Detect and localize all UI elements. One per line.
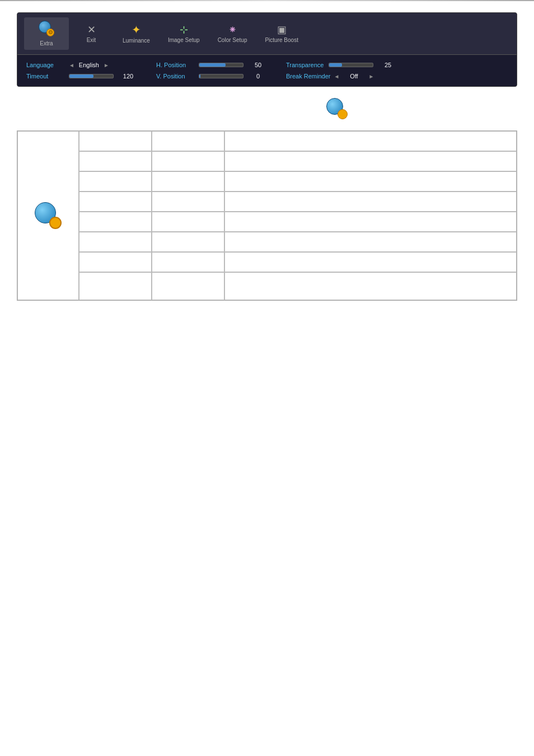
nav-label-color-setup: Color Setup (218, 37, 247, 43)
break-reminder-arrow-right[interactable]: ► (368, 73, 374, 80)
table-row (224, 272, 517, 300)
table-row (79, 232, 152, 252)
osd-panel: ⚙ Extra ✕ Exit ✦ Luminance ⊹ Image Setup… (17, 12, 517, 87)
language-arrow-left[interactable]: ◄ (69, 62, 74, 68)
transparence-label: Transparence (286, 62, 325, 68)
timeout-row: Timeout 120 (26, 73, 139, 80)
image-setup-icon: ⊹ (180, 25, 188, 35)
nav-label-luminance: Luminance (123, 38, 150, 44)
table-row (224, 192, 517, 212)
v-position-slider-fill (199, 74, 200, 78)
language-row: Language ◄ English ► (26, 62, 139, 68)
break-reminder-value: Off (343, 73, 365, 80)
v-position-label: V. Position (156, 73, 195, 80)
nav-item-color-setup[interactable]: ⁕ Color Setup (209, 21, 256, 46)
h-position-row: H. Position 50 (156, 62, 269, 68)
table-globe-gear-icon (35, 202, 62, 229)
top-divider (0, 0, 534, 1)
timeout-value: 120 (117, 73, 139, 80)
nav-item-image-setup[interactable]: ⊹ Image Setup (159, 21, 209, 46)
table-row (79, 171, 152, 192)
picture-boost-icon: ▣ (277, 25, 287, 35)
table-row (224, 131, 517, 151)
nav-item-luminance[interactable]: ✦ Luminance (114, 21, 159, 47)
table-row (152, 192, 224, 212)
color-setup-icon: ⁕ (228, 25, 237, 35)
exit-icon: ✕ (87, 25, 96, 35)
table-row (79, 252, 152, 272)
table-row (152, 252, 224, 272)
timeout-label: Timeout (26, 73, 65, 80)
v-position-row: V. Position 0 (156, 73, 269, 80)
standalone-globe-gear-icon (326, 98, 348, 119)
table-row (152, 232, 224, 252)
standalone-icon-area (140, 98, 534, 119)
transparence-value: 25 (377, 62, 399, 68)
osd-col-1: Language ◄ English ► Timeout 120 (26, 62, 139, 80)
nav-item-exit[interactable]: ✕ Exit (69, 21, 114, 46)
nav-label-extra: Extra (40, 40, 53, 46)
table-row (79, 192, 152, 212)
osd-col-2: H. Position 50 V. Position 0 (156, 62, 269, 80)
break-reminder-arrow-left[interactable]: ◄ (334, 73, 339, 80)
osd-content: Language ◄ English ► Timeout 120 H. Posi… (17, 55, 517, 86)
nav-label-exit: Exit (87, 37, 96, 43)
transparence-slider-fill (329, 63, 342, 67)
table-row (224, 252, 517, 272)
table-row (224, 232, 517, 252)
h-position-value: 50 (247, 62, 269, 68)
language-value: English (78, 62, 100, 68)
timeout-slider-fill (69, 74, 93, 78)
v-position-slider[interactable] (199, 74, 243, 78)
nav-label-image-setup: Image Setup (168, 37, 200, 43)
luminance-icon: ✦ (132, 24, 141, 35)
v-position-value: 0 (247, 73, 269, 80)
table-row (152, 212, 224, 232)
nav-item-extra[interactable]: ⚙ Extra (24, 17, 69, 50)
transparence-row: Transparence 25 (286, 62, 399, 68)
nav-label-picture-boost: Picture Boost (265, 37, 298, 43)
timeout-slider[interactable] (69, 74, 114, 78)
table-row (224, 212, 517, 232)
table-row (224, 151, 517, 171)
table-row (79, 212, 152, 232)
break-reminder-label: Break Reminder (286, 73, 330, 80)
table-row (224, 171, 517, 192)
table-row (79, 151, 152, 171)
table-row (79, 131, 152, 151)
table-row (152, 272, 224, 300)
globe-gear-nav-icon: ⚙ (39, 21, 54, 38)
language-arrow-right[interactable]: ► (104, 62, 109, 68)
table-row (152, 151, 224, 171)
table-icon-cell (17, 131, 79, 300)
h-position-slider-fill (199, 63, 226, 67)
h-position-label: H. Position (156, 62, 195, 68)
osd-nav: ⚙ Extra ✕ Exit ✦ Luminance ⊹ Image Setup… (17, 13, 517, 55)
table-row (79, 272, 152, 300)
break-reminder-row: Break Reminder ◄ Off ► (286, 73, 399, 80)
language-label: Language (26, 62, 65, 68)
reference-table (17, 130, 517, 301)
table-row (152, 131, 224, 151)
h-position-slider[interactable] (199, 63, 243, 67)
nav-item-picture-boost[interactable]: ▣ Picture Boost (256, 21, 307, 46)
table-row (152, 171, 224, 192)
osd-col-3: Transparence 25 Break Reminder ◄ Off ► (286, 62, 399, 80)
transparence-slider[interactable] (329, 63, 373, 67)
